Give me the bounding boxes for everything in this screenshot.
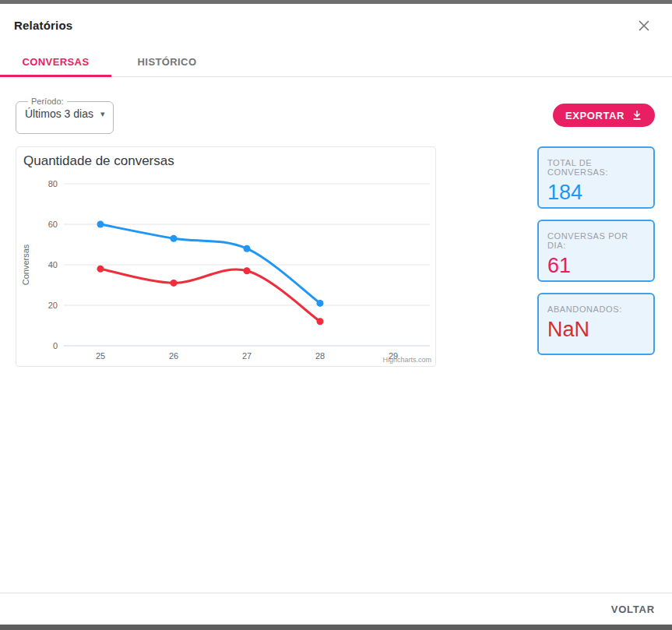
chart-point[interactable]	[244, 267, 251, 274]
chart-point[interactable]	[171, 235, 178, 242]
stat-card-total-conversas: TOTAL DE CONVERSAS: 184	[537, 146, 655, 209]
export-button-label: EXPORTAR	[565, 110, 625, 121]
tab-historico-label: HISTÓRICO	[138, 56, 197, 68]
stat-label: TOTAL DE CONVERSAS:	[547, 158, 645, 177]
modal-footer: VOLTAR	[0, 593, 672, 625]
stat-label: ABANDONADOS:	[547, 304, 645, 314]
chart-point[interactable]	[97, 266, 104, 273]
back-button[interactable]: VOLTAR	[611, 604, 655, 615]
export-button[interactable]: EXPORTAR	[553, 104, 655, 127]
stat-label: CONVERSAS POR DIA:	[547, 231, 645, 250]
tab-historico[interactable]: HISTÓRICO	[111, 47, 223, 76]
svg-text:26: 26	[169, 351, 178, 361]
window-bottom-edge	[0, 625, 672, 630]
stat-card-conversas-por-dia: CONVERSAS POR DIA: 61	[537, 220, 655, 282]
highcharts-credit[interactable]: Highcharts.com	[382, 356, 431, 364]
period-select-value-row: Últimos 3 dias ▾	[25, 107, 113, 120]
stat-value: 184	[547, 181, 645, 205]
svg-text:25: 25	[96, 351, 105, 361]
download-icon	[632, 110, 642, 121]
stat-value: NaN	[547, 318, 645, 342]
chart-point[interactable]	[317, 318, 324, 325]
tab-conversas[interactable]: CONVERSAS	[0, 47, 111, 76]
reports-modal: Relatórios CONVERSAS HISTÓRICO Período: …	[0, 0, 672, 630]
modal-title: Relatórios	[14, 19, 72, 32]
close-button[interactable]	[635, 16, 653, 35]
svg-text:28: 28	[315, 351, 325, 361]
svg-text:40: 40	[48, 260, 58, 269]
svg-text:Conversas: Conversas	[21, 244, 30, 285]
stat-card-abandonados: ABANDONADOS: NaN	[537, 293, 655, 355]
chart-point[interactable]	[244, 245, 251, 252]
svg-text:80: 80	[48, 179, 58, 188]
svg-text:27: 27	[242, 351, 252, 361]
svg-text:60: 60	[48, 220, 58, 229]
main-row: 0204060802526272829Conversas Quantidade …	[16, 146, 655, 367]
chart-point[interactable]	[97, 221, 104, 228]
tab-conversas-label: CONVERSAS	[23, 56, 90, 68]
period-select[interactable]: Período: Últimos 3 dias ▾	[16, 97, 114, 134]
chart-card: 0204060802526272829Conversas Quantidade …	[16, 146, 436, 367]
chart-point[interactable]	[317, 300, 324, 307]
period-select-value: Últimos 3 dias	[25, 107, 93, 120]
period-select-label: Período:	[28, 97, 67, 106]
stats-column: TOTAL DE CONVERSAS: 184 CONVERSAS POR DI…	[537, 146, 655, 355]
svg-text:0: 0	[53, 341, 58, 350]
modal-body: Período: Últimos 3 dias ▾ EXPORTAR 02040…	[0, 77, 672, 593]
modal-header: Relatórios	[0, 4, 672, 47]
chart-point[interactable]	[171, 280, 178, 287]
controls-row: Período: Últimos 3 dias ▾ EXPORTAR	[16, 97, 655, 134]
chart-title: Quantidade de conversas	[23, 153, 174, 169]
close-icon	[638, 19, 650, 32]
svg-text:20: 20	[48, 301, 58, 310]
stat-value: 61	[547, 254, 645, 278]
dropdown-arrow-icon: ▾	[100, 109, 105, 119]
tab-bar: CONVERSAS HISTÓRICO	[0, 47, 672, 77]
conversas-chart: 0204060802526272829Conversas	[16, 147, 435, 366]
